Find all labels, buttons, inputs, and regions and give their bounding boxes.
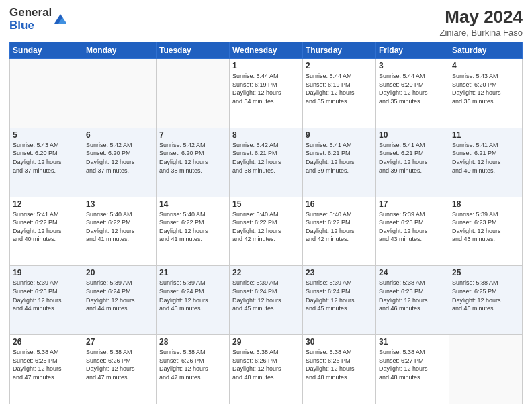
table-row: 6Sunrise: 5:42 AM Sunset: 6:20 PM Daylig…	[83, 128, 157, 197]
day-number: 9	[306, 130, 373, 140]
day-number: 25	[452, 268, 519, 277]
day-info: Sunrise: 5:39 AM Sunset: 6:24 PM Dayligh…	[306, 279, 373, 312]
col-tuesday: Tuesday	[157, 42, 230, 59]
table-row: 11Sunrise: 5:41 AM Sunset: 6:21 PM Dayli…	[449, 128, 523, 197]
day-number: 26	[13, 337, 80, 347]
table-row: 24Sunrise: 5:38 AM Sunset: 6:25 PM Dayli…	[376, 266, 449, 335]
day-info: Sunrise: 5:41 AM Sunset: 6:21 PM Dayligh…	[452, 141, 519, 175]
logo-blue: Blue	[9, 19, 52, 32]
day-info: Sunrise: 5:39 AM Sunset: 6:23 PM Dayligh…	[452, 210, 519, 244]
day-info: Sunrise: 5:40 AM Sunset: 6:22 PM Dayligh…	[306, 210, 373, 244]
day-info: Sunrise: 5:44 AM Sunset: 6:20 PM Dayligh…	[379, 72, 446, 105]
table-row: 17Sunrise: 5:39 AM Sunset: 6:23 PM Dayli…	[376, 197, 449, 266]
calendar-table: Sunday Monday Tuesday Wednesday Thursday…	[9, 42, 523, 404]
month-year: May 2024	[439, 7, 523, 28]
col-friday: Friday	[376, 42, 449, 59]
table-row: 26Sunrise: 5:38 AM Sunset: 6:25 PM Dayli…	[10, 335, 83, 404]
table-row: 18Sunrise: 5:39 AM Sunset: 6:23 PM Dayli…	[449, 197, 523, 266]
logo-icon	[53, 11, 68, 26]
table-row: 28Sunrise: 5:38 AM Sunset: 6:26 PM Dayli…	[157, 335, 230, 404]
day-info: Sunrise: 5:40 AM Sunset: 6:22 PM Dayligh…	[159, 210, 226, 244]
table-row	[10, 59, 83, 128]
day-number: 6	[86, 130, 153, 140]
day-number: 11	[452, 130, 519, 140]
table-row: 4Sunrise: 5:43 AM Sunset: 6:20 PM Daylig…	[449, 59, 523, 128]
table-row: 31Sunrise: 5:38 AM Sunset: 6:27 PM Dayli…	[376, 335, 449, 404]
day-info: Sunrise: 5:42 AM Sunset: 6:21 PM Dayligh…	[232, 141, 300, 175]
day-number: 5	[13, 130, 80, 140]
day-info: Sunrise: 5:39 AM Sunset: 6:24 PM Dayligh…	[159, 279, 226, 312]
day-info: Sunrise: 5:39 AM Sunset: 6:24 PM Dayligh…	[232, 279, 300, 312]
table-row: 19Sunrise: 5:39 AM Sunset: 6:23 PM Dayli…	[10, 266, 83, 335]
day-info: Sunrise: 5:38 AM Sunset: 6:26 PM Dayligh…	[159, 348, 226, 381]
calendar-week-row: 19Sunrise: 5:39 AM Sunset: 6:23 PM Dayli…	[10, 266, 523, 335]
table-row: 14Sunrise: 5:40 AM Sunset: 6:22 PM Dayli…	[157, 197, 230, 266]
day-number: 18	[452, 199, 519, 209]
day-info: Sunrise: 5:40 AM Sunset: 6:22 PM Dayligh…	[232, 210, 300, 244]
day-number: 10	[379, 130, 446, 140]
calendar-week-row: 26Sunrise: 5:38 AM Sunset: 6:25 PM Dayli…	[10, 335, 523, 404]
day-info: Sunrise: 5:38 AM Sunset: 6:27 PM Dayligh…	[379, 348, 446, 381]
table-row: 1Sunrise: 5:44 AM Sunset: 6:19 PM Daylig…	[230, 59, 303, 128]
day-number: 12	[13, 199, 80, 209]
day-number: 20	[86, 268, 153, 277]
day-info: Sunrise: 5:39 AM Sunset: 6:24 PM Dayligh…	[86, 279, 153, 312]
day-number: 16	[306, 199, 373, 209]
day-info: Sunrise: 5:38 AM Sunset: 6:26 PM Dayligh…	[86, 348, 153, 381]
table-row: 8Sunrise: 5:42 AM Sunset: 6:21 PM Daylig…	[230, 128, 303, 197]
table-row: 20Sunrise: 5:39 AM Sunset: 6:24 PM Dayli…	[83, 266, 157, 335]
table-row	[83, 59, 157, 128]
calendar-week-row: 5Sunrise: 5:43 AM Sunset: 6:20 PM Daylig…	[10, 128, 523, 197]
day-info: Sunrise: 5:38 AM Sunset: 6:25 PM Dayligh…	[379, 279, 446, 312]
day-info: Sunrise: 5:42 AM Sunset: 6:20 PM Dayligh…	[159, 141, 226, 175]
day-number: 14	[159, 199, 226, 209]
day-info: Sunrise: 5:38 AM Sunset: 6:26 PM Dayligh…	[232, 348, 300, 381]
day-info: Sunrise: 5:40 AM Sunset: 6:22 PM Dayligh…	[86, 210, 153, 244]
day-info: Sunrise: 5:42 AM Sunset: 6:20 PM Dayligh…	[86, 141, 153, 175]
day-number: 19	[13, 268, 80, 277]
table-row: 7Sunrise: 5:42 AM Sunset: 6:20 PM Daylig…	[157, 128, 230, 197]
page: General Blue May 2024 Ziniare, Burkina F…	[0, 0, 532, 411]
day-info: Sunrise: 5:43 AM Sunset: 6:20 PM Dayligh…	[13, 141, 80, 175]
calendar-header-row: Sunday Monday Tuesday Wednesday Thursday…	[10, 42, 523, 59]
header: General Blue May 2024 Ziniare, Burkina F…	[9, 7, 523, 38]
table-row: 16Sunrise: 5:40 AM Sunset: 6:22 PM Dayli…	[303, 197, 376, 266]
table-row: 29Sunrise: 5:38 AM Sunset: 6:26 PM Dayli…	[230, 335, 303, 404]
table-row: 23Sunrise: 5:39 AM Sunset: 6:24 PM Dayli…	[303, 266, 376, 335]
day-info: Sunrise: 5:39 AM Sunset: 6:23 PM Dayligh…	[379, 210, 446, 244]
day-info: Sunrise: 5:38 AM Sunset: 6:26 PM Dayligh…	[306, 348, 373, 381]
table-row: 30Sunrise: 5:38 AM Sunset: 6:26 PM Dayli…	[303, 335, 376, 404]
logo-text: General Blue	[9, 7, 52, 32]
table-row: 25Sunrise: 5:38 AM Sunset: 6:25 PM Dayli…	[449, 266, 523, 335]
day-number: 13	[86, 199, 153, 209]
table-row	[157, 59, 230, 128]
table-row: 21Sunrise: 5:39 AM Sunset: 6:24 PM Dayli…	[157, 266, 230, 335]
logo: General Blue	[9, 7, 68, 32]
day-number: 4	[452, 61, 519, 71]
day-number: 7	[159, 130, 226, 140]
day-info: Sunrise: 5:41 AM Sunset: 6:21 PM Dayligh…	[379, 141, 446, 175]
day-number: 2	[306, 61, 373, 71]
day-number: 17	[379, 199, 446, 209]
day-number: 24	[379, 268, 446, 277]
location: Ziniare, Burkina Faso	[439, 28, 523, 38]
title-block: May 2024 Ziniare, Burkina Faso	[439, 7, 523, 38]
day-number: 28	[159, 337, 226, 347]
day-number: 23	[306, 268, 373, 277]
day-info: Sunrise: 5:41 AM Sunset: 6:22 PM Dayligh…	[13, 210, 80, 244]
day-number: 1	[232, 61, 300, 71]
table-row: 27Sunrise: 5:38 AM Sunset: 6:26 PM Dayli…	[83, 335, 157, 404]
table-row: 9Sunrise: 5:41 AM Sunset: 6:21 PM Daylig…	[303, 128, 376, 197]
day-number: 27	[86, 337, 153, 347]
table-row: 22Sunrise: 5:39 AM Sunset: 6:24 PM Dayli…	[230, 266, 303, 335]
logo-general: General	[9, 7, 52, 19]
day-info: Sunrise: 5:38 AM Sunset: 6:25 PM Dayligh…	[452, 279, 519, 312]
day-info: Sunrise: 5:44 AM Sunset: 6:19 PM Dayligh…	[232, 72, 300, 105]
table-row: 10Sunrise: 5:41 AM Sunset: 6:21 PM Dayli…	[376, 128, 449, 197]
table-row: 13Sunrise: 5:40 AM Sunset: 6:22 PM Dayli…	[83, 197, 157, 266]
col-saturday: Saturday	[449, 42, 523, 59]
table-row: 3Sunrise: 5:44 AM Sunset: 6:20 PM Daylig…	[376, 59, 449, 128]
day-number: 8	[232, 130, 300, 140]
day-number: 30	[306, 337, 373, 347]
day-number: 15	[232, 199, 300, 209]
